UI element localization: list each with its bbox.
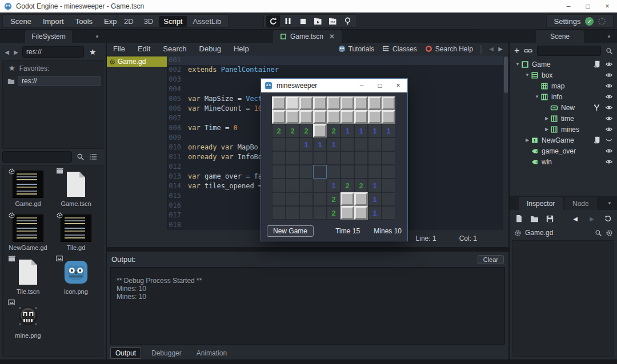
tile-opened-empty[interactable] (313, 179, 327, 192)
tile-opened-empty[interactable] (313, 151, 327, 165)
tile-opened-empty[interactable] (340, 165, 354, 179)
instance-scene-link-icon[interactable] (524, 47, 532, 54)
expand-arrow-icon[interactable]: ▶ (524, 137, 531, 143)
scene-tree-row-info[interactable]: ▼ info (510, 91, 617, 102)
tile-unopened[interactable] (382, 110, 395, 124)
menu-import[interactable]: Import (38, 16, 69, 27)
tile-opened-empty[interactable] (313, 192, 327, 206)
clear-button[interactable]: Clear (478, 255, 504, 264)
tile-opened-empty[interactable] (382, 137, 395, 151)
new-game-button[interactable]: New Game (267, 225, 314, 237)
tile-opened-empty[interactable] (299, 206, 313, 220)
inspector-forward-icon[interactable]: ▶ (587, 216, 596, 222)
expand-arrow-icon[interactable]: ▶ (543, 116, 550, 121)
tile-unopened[interactable] (299, 96, 313, 110)
classes-button[interactable]: Classes (382, 45, 417, 53)
tile-opened-empty[interactable] (299, 165, 313, 179)
tile-number-2[interactable]: 2 (354, 179, 368, 192)
script-back-icon[interactable]: ◀ (487, 46, 496, 52)
tile-unopened[interactable] (286, 110, 299, 124)
tile-number-1[interactable]: 1 (368, 179, 382, 192)
tab-inspector[interactable]: Inspector (519, 197, 563, 210)
maximize-button[interactable]: □ (578, 0, 598, 13)
tile-opened-empty[interactable] (272, 206, 286, 220)
tile-opened-empty[interactable] (368, 137, 382, 151)
scene-tree-row-box[interactable]: ▼ box (510, 70, 617, 80)
tile-unopened[interactable] (327, 96, 340, 110)
tile-number-2[interactable]: 2 (327, 206, 340, 220)
visibility-eye-icon[interactable] (605, 71, 613, 79)
load-resource-folder-icon[interactable] (530, 215, 539, 223)
tile-number-1[interactable]: 1 (368, 192, 382, 206)
tile-opened-empty[interactable] (299, 179, 313, 192)
scene-search-icon[interactable] (606, 47, 613, 55)
tab-node[interactable]: Node (564, 197, 597, 210)
tile-number-1[interactable]: 1 (340, 124, 354, 137)
tile-opened-empty[interactable] (340, 151, 354, 165)
visibility-eye-icon[interactable] (605, 126, 613, 133)
minesweeper-grid[interactable]: 2222111111112212121 (272, 96, 395, 220)
remote-debug-button[interactable] (340, 15, 354, 27)
restart-button[interactable] (266, 15, 280, 27)
pause-button[interactable] (281, 15, 295, 27)
tile-opened-empty[interactable] (286, 151, 299, 165)
visibility-eye-icon[interactable] (605, 60, 613, 68)
tile-unopened[interactable] (340, 192, 354, 206)
tile-unopened[interactable] (368, 110, 382, 124)
file-item[interactable]: Game.gd (4, 170, 52, 207)
bottom-tab-output[interactable]: Output (110, 347, 141, 359)
tile-number-2[interactable]: 2 (272, 124, 286, 137)
visibility-eye-icon[interactable] (605, 115, 613, 122)
tile-opened-empty[interactable] (272, 192, 286, 206)
tile-unopened[interactable] (340, 110, 354, 124)
visibility-eye-icon[interactable] (605, 147, 613, 155)
scene-dock-menu-arrow-icon[interactable]: ▼ (607, 34, 611, 39)
filesystem-search-input[interactable] (2, 151, 72, 163)
attached-script-icon[interactable] (593, 136, 600, 144)
expand-arrow-icon[interactable]: ▼ (524, 72, 531, 78)
file-item[interactable]: Tile.gd (52, 214, 100, 251)
tile-unopened[interactable] (368, 96, 382, 110)
tile-opened-empty[interactable] (382, 179, 395, 192)
tile-unopened[interactable] (313, 96, 327, 110)
scene-tree-row-newgame[interactable]: ▶ NewGame (510, 135, 617, 145)
inspector-tools-gear-icon[interactable] (606, 229, 613, 237)
tile-opened-empty[interactable] (272, 179, 286, 192)
play-custom-scene-button[interactable] (326, 15, 339, 27)
tile-unopened[interactable] (272, 110, 286, 124)
tile-number-2[interactable]: 2 (340, 179, 354, 192)
tile-number-1[interactable]: 1 (368, 206, 382, 220)
scene-tree-row-game_over[interactable]: game_over (510, 145, 617, 156)
settings-button[interactable]: Settings (554, 17, 581, 26)
scene-tree-row-map[interactable]: map (510, 80, 617, 91)
workspace-2d[interactable]: 2D (119, 16, 138, 27)
signal-connection-icon[interactable] (593, 104, 600, 111)
script-menu-help[interactable]: Help (227, 45, 255, 53)
tile-unopened[interactable] (313, 110, 327, 124)
tile-opened-empty[interactable] (354, 151, 368, 165)
tile-opened-empty[interactable] (286, 137, 299, 151)
tile-number-1[interactable]: 1 (354, 124, 368, 137)
add-node-icon[interactable]: + (514, 47, 519, 54)
scene-tree-row-mines[interactable]: ▶ mines (510, 124, 617, 135)
bottom-tab-animation[interactable]: Animation (192, 348, 231, 358)
scene-tree-row-win[interactable]: win (510, 156, 617, 167)
script-menu-edit[interactable]: Edit (131, 45, 157, 53)
tutorials-button[interactable]: Tutorials (338, 45, 375, 53)
tile-number-1[interactable]: 1 (368, 124, 382, 137)
expand-arrow-icon[interactable]: ▼ (534, 94, 540, 99)
tile-opened-empty[interactable] (313, 206, 327, 220)
tile-opened-empty[interactable] (286, 206, 299, 220)
tile-opened-empty[interactable] (382, 206, 395, 220)
script-list-item[interactable]: Game.gd (107, 56, 167, 67)
workspace-script[interactable]: Script (159, 16, 187, 27)
history-icon[interactable] (604, 215, 612, 223)
scene-filter-input[interactable] (537, 46, 601, 56)
attached-script-icon[interactable] (593, 60, 600, 68)
search-help-button[interactable]: Search Help (425, 45, 473, 53)
tile-hovered[interactable] (313, 165, 327, 179)
visibility-eye-icon[interactable] (605, 93, 613, 100)
tab-scene-file[interactable]: Game.tscn ✕ (273, 30, 342, 43)
tile-opened-empty[interactable] (340, 137, 354, 151)
tile-unopened[interactable] (382, 96, 395, 110)
